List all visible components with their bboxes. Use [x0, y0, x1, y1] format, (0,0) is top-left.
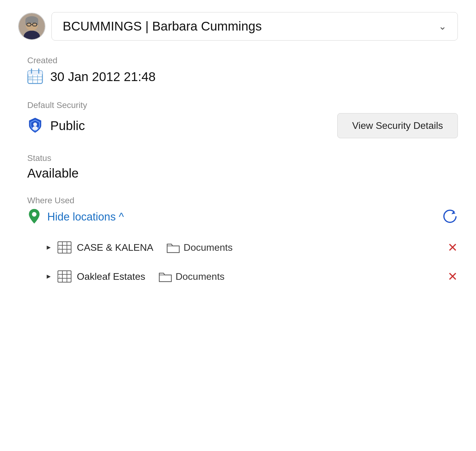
remove-location-1-icon[interactable]: ✕ [448, 240, 458, 254]
calendar-icon [27, 68, 43, 85]
svg-text:↕: ↕ [59, 246, 60, 250]
svg-rect-17 [29, 77, 32, 79]
where-used-label: Where Used [27, 196, 458, 205]
toggle-caret-icon: ^ [119, 211, 124, 223]
location-item-left-2: ► ↕ Oakleaf Estates [45, 270, 145, 283]
folder-text-1: Documents [183, 242, 233, 253]
svg-point-20 [32, 212, 37, 217]
list-item: ► ↕ CASE & KALENA [45, 234, 458, 260]
default-security-value: Public [50, 119, 85, 133]
default-security-label: Default Security [27, 100, 458, 110]
created-field: Created 30 Jan 2012 21:48 [27, 56, 458, 85]
status-label: Status [27, 153, 458, 163]
created-value: 30 Jan 2012 21:48 [50, 70, 156, 84]
expand-triangle-icon[interactable]: ► [45, 243, 52, 251]
avatar [18, 13, 45, 40]
expand-triangle-icon[interactable]: ► [45, 273, 52, 280]
created-value-row: 30 Jan 2012 21:48 [27, 68, 458, 85]
status-value: Available [27, 166, 79, 181]
default-security-field: Default Security Public View Security De… [27, 100, 458, 138]
user-dropdown-text: BCUMMINGS | Barbara Cummings [63, 19, 262, 34]
hide-locations-toggle[interactable]: Hide locations ^ [47, 211, 124, 223]
svg-point-18 [33, 123, 37, 126]
svg-point-21 [444, 210, 456, 222]
status-field: Status Available [27, 153, 458, 181]
location-items-list: ► ↕ CASE & KALENA [27, 234, 458, 289]
table-icon-2: ↕ [58, 270, 71, 283]
location-name-1: CASE & KALENA [77, 242, 154, 253]
fields-container: Created 30 Jan 2012 21:48 [18, 56, 458, 289]
folder-label-2: Documents [159, 271, 225, 282]
chevron-down-icon: ⌄ [438, 21, 447, 32]
view-security-details-button[interactable]: View Security Details [337, 113, 458, 138]
refresh-icon[interactable] [442, 208, 458, 225]
user-selector-section: BCUMMINGS | Barbara Cummings ⌄ [18, 12, 458, 41]
svg-text:↕: ↕ [59, 275, 60, 279]
location-item-left-1: ► ↕ CASE & KALENA [45, 241, 153, 253]
folder-label-1: Documents [167, 242, 233, 253]
list-item: ► ↕ Oakleaf Estates [45, 263, 458, 289]
hide-locations-text: Hide locations [47, 211, 116, 223]
status-value-row: Available [27, 166, 458, 181]
svg-rect-10 [28, 71, 42, 75]
svg-point-3 [25, 16, 38, 23]
location-pin-icon [27, 208, 41, 225]
table-icon-1: ↕ [58, 241, 71, 253]
shield-icon [27, 117, 43, 134]
user-dropdown[interactable]: BCUMMINGS | Barbara Cummings ⌄ [51, 12, 458, 41]
default-security-value-row: Public View Security Details [27, 113, 458, 138]
remove-location-2-icon[interactable]: ✕ [448, 270, 458, 283]
created-label: Created [27, 56, 458, 65]
folder-text-2: Documents [176, 271, 225, 282]
svg-marker-22 [451, 211, 455, 214]
svg-point-19 [32, 126, 38, 130]
where-used-field: Where Used Hide locations ^ [27, 196, 458, 289]
where-used-row: Hide locations ^ [27, 208, 458, 225]
location-name-2: Oakleaf Estates [77, 271, 145, 282]
